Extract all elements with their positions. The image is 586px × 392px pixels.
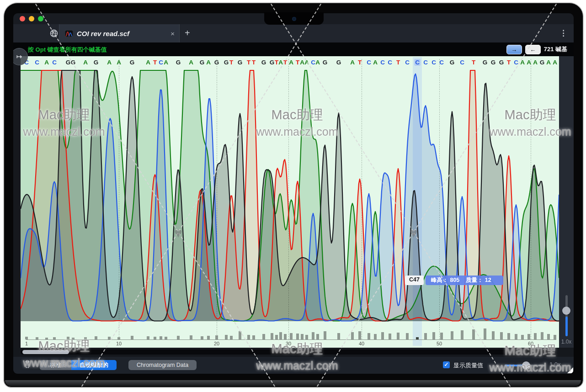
base-letter-G37[interactable]: G bbox=[323, 59, 328, 66]
base-letter-G8[interactable]: G bbox=[94, 59, 99, 66]
minimize-window-button[interactable] bbox=[29, 16, 34, 21]
base-letter-A7[interactable]: A bbox=[83, 59, 88, 66]
chromatogram-panel: CCACGGAGAAGATCAGAGAGGTGTTGGTATATAACAGGAT… bbox=[13, 56, 574, 348]
base-letter-T32[interactable]: T bbox=[296, 59, 299, 66]
tab-bar: COI rev read.scf × + ⋮ bbox=[13, 24, 574, 42]
trace-area[interactable]: CCACGGAGAAGATCAGAGAGGTGTTGGTATATAACAGGAT… bbox=[21, 56, 559, 348]
base-letter-T40[interactable]: T bbox=[358, 59, 362, 66]
quality-bar-42 bbox=[374, 334, 377, 339]
base-letter-G11[interactable]: G bbox=[130, 59, 135, 66]
overflow-menu-icon[interactable]: ⋮ bbox=[559, 28, 567, 38]
new-tab-button[interactable]: + bbox=[185, 28, 190, 38]
tab-coi-rev-read[interactable]: COI rev read.scf × bbox=[59, 24, 180, 42]
quality-bar-19 bbox=[207, 336, 210, 339]
tab-close-icon[interactable]: × bbox=[170, 30, 175, 37]
next-base-button[interactable]: → bbox=[506, 45, 522, 54]
base-letter-C4[interactable]: C bbox=[52, 59, 57, 66]
base-letter-C48[interactable]: C bbox=[423, 59, 428, 66]
quality-bar-12 bbox=[147, 336, 149, 339]
v-zoom-label: 1.0x bbox=[559, 339, 574, 345]
base-letter-C2[interactable]: C bbox=[35, 59, 39, 66]
h-scrollbar-track[interactable] bbox=[21, 350, 555, 355]
base-letter-G38[interactable]: G bbox=[336, 59, 341, 66]
vertical-zoom-panel: 1.0x bbox=[559, 56, 574, 348]
h-arrows-icon: ↔ bbox=[21, 364, 33, 369]
base-letter-A42[interactable]: A bbox=[373, 59, 378, 66]
mode-standard-button[interactable]: 标准 bbox=[40, 360, 71, 370]
base-letter-C41[interactable]: C bbox=[367, 59, 371, 66]
base-letter-G5[interactable]: G bbox=[66, 59, 71, 66]
base-letter-G23[interactable]: G bbox=[238, 59, 243, 66]
quality-bar-27 bbox=[271, 333, 273, 339]
base-letter-T25[interactable]: T bbox=[252, 59, 256, 66]
base-letter-A60[interactable]: A bbox=[527, 59, 531, 66]
base-letter-T45[interactable]: T bbox=[396, 59, 400, 66]
base-letter-T28[interactable]: T bbox=[275, 59, 278, 66]
base-letter-A3[interactable]: A bbox=[44, 59, 49, 66]
base-letter-G21[interactable]: G bbox=[224, 59, 229, 66]
close-window-button[interactable] bbox=[20, 16, 25, 21]
h-zoom-track[interactable] bbox=[505, 365, 546, 366]
mode-autoscaled-button[interactable]: 自动缩放的 bbox=[71, 360, 117, 370]
base-letter-G6[interactable]: G bbox=[71, 59, 76, 66]
base-letter-A10[interactable]: A bbox=[117, 59, 121, 66]
base-letter-C14[interactable]: C bbox=[159, 59, 163, 66]
base-letter-C44[interactable]: C bbox=[388, 59, 392, 66]
globe-icon[interactable] bbox=[50, 29, 58, 37]
base-letter-T22[interactable]: T bbox=[229, 59, 233, 66]
base-letter-A19[interactable]: A bbox=[206, 59, 211, 66]
base-letter-G18[interactable]: G bbox=[200, 59, 205, 66]
base-letter-T30[interactable]: T bbox=[283, 59, 287, 66]
base-letter-C52[interactable]: C bbox=[460, 59, 464, 66]
base-letter-G56[interactable]: G bbox=[499, 59, 504, 66]
v-zoom-thumb[interactable] bbox=[562, 307, 570, 315]
base-letter-C58[interactable]: C bbox=[514, 59, 518, 66]
base-letter-G54[interactable]: G bbox=[483, 59, 488, 66]
scale-mode-segmented: 标准 自动缩放的 bbox=[40, 360, 117, 370]
quality-bar-7 bbox=[84, 337, 87, 339]
bar-arrow-right-icon: ↦ bbox=[16, 53, 22, 61]
base-letter-C46[interactable]: C bbox=[405, 59, 410, 66]
base-letter-C50[interactable]: C bbox=[439, 59, 444, 66]
base-letter-A34[interactable]: A bbox=[304, 59, 309, 66]
base-letter-G55[interactable]: G bbox=[491, 59, 496, 66]
base-letter-C49[interactable]: C bbox=[432, 59, 436, 66]
base-letter-G26[interactable]: G bbox=[261, 59, 266, 66]
base-letter-A64[interactable]: A bbox=[553, 59, 557, 66]
h-zoom-thumb[interactable] bbox=[522, 361, 530, 370]
base-letter-A29[interactable]: A bbox=[278, 59, 283, 66]
window-resize-grip[interactable] bbox=[567, 367, 573, 373]
prev-base-button[interactable]: ← bbox=[525, 45, 541, 54]
base-letter-A59[interactable]: A bbox=[520, 59, 525, 66]
base-letter-A31[interactable]: A bbox=[289, 59, 293, 66]
base-letter-G27[interactable]: G bbox=[270, 59, 275, 66]
base-letter-G20[interactable]: G bbox=[214, 59, 219, 66]
fit-width-button[interactable]: ∞ ↔ bbox=[21, 359, 33, 371]
base-letter-T57[interactable]: T bbox=[507, 59, 511, 66]
base-letter-C47[interactable]: C bbox=[414, 59, 421, 66]
base-letter-A33[interactable]: A bbox=[300, 59, 304, 66]
quality-bar-25 bbox=[252, 335, 255, 339]
base-letter-A17[interactable]: A bbox=[189, 59, 193, 66]
base-letter-A61[interactable]: A bbox=[533, 59, 538, 66]
base-letter-G51[interactable]: G bbox=[450, 59, 455, 66]
base-letter-G16[interactable]: G bbox=[176, 59, 181, 66]
show-quality-checkbox[interactable]: ✓ bbox=[443, 361, 450, 368]
base-letter-A15[interactable]: A bbox=[164, 59, 168, 66]
zoom-window-button[interactable] bbox=[38, 16, 43, 21]
base-letter-T24[interactable]: T bbox=[247, 59, 250, 66]
base-letter-A9[interactable]: A bbox=[107, 59, 112, 66]
base-letter-C43[interactable]: C bbox=[380, 59, 385, 66]
base-letter-T13[interactable]: T bbox=[153, 59, 157, 66]
base-letter-A39[interactable]: A bbox=[350, 59, 355, 66]
bottom-toolbar: ∞ ↔ 标准 自动缩放的 Chromatogram Data ✓ 显示质量值 1… bbox=[13, 357, 574, 374]
base-letter-G62[interactable]: G bbox=[540, 59, 545, 66]
quality-bar-6 bbox=[72, 338, 75, 339]
h-scrollbar-thumb[interactable] bbox=[22, 350, 69, 354]
base-letter-A12[interactable]: A bbox=[146, 59, 150, 66]
base-letter-A36[interactable]: A bbox=[315, 59, 320, 66]
chromatogram-data-button[interactable]: Chromatogram Data bbox=[128, 360, 197, 370]
base-letter-A63[interactable]: A bbox=[546, 59, 551, 66]
base-letter-T53[interactable]: T bbox=[472, 59, 475, 66]
base-letter-C35[interactable]: C bbox=[311, 59, 315, 66]
